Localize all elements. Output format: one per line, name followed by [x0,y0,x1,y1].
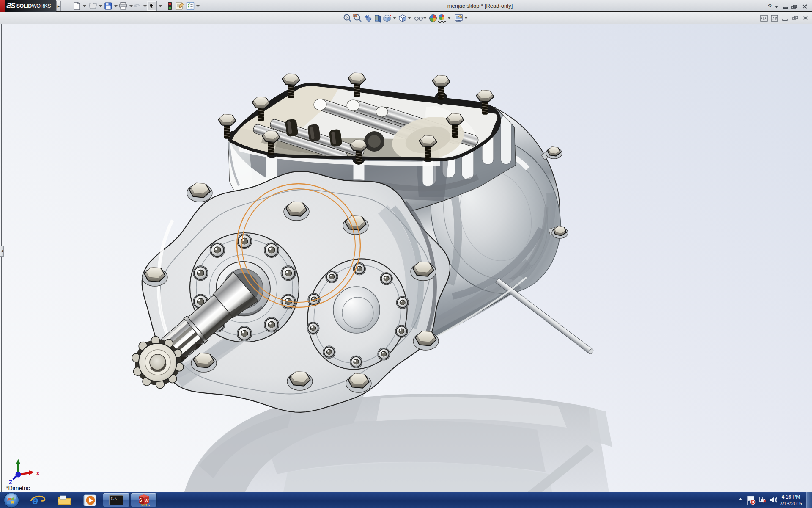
svg-text:S: S [139,498,142,502]
svg-text:?: ? [768,3,772,10]
svg-text:X: X [36,470,40,477]
svg-text:C:\: C:\ [111,497,117,500]
svg-text:2015: 2015 [141,503,150,507]
svg-text:*Dimetric: *Dimetric [6,485,30,491]
